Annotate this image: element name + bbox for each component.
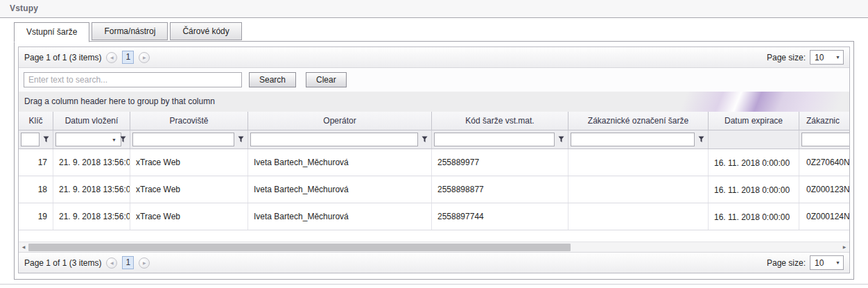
filter-cell-zakaznicke-oznaceni (568, 130, 709, 149)
chevron-down-icon: ▼ (835, 260, 840, 265)
scroll-left-icon[interactable]: ◀ (19, 242, 28, 253)
cell-operator: Iveta Bartech_Měchurová (248, 149, 432, 176)
page-size-value: 10 (815, 258, 824, 268)
funnel-icon[interactable] (698, 136, 704, 143)
data-grid: Page 1 of 1 (3 items) ◀ 1 ▶ Page size: 1… (18, 46, 850, 273)
funnel-icon[interactable] (238, 136, 244, 143)
scrollbar-thumb[interactable] (28, 244, 571, 251)
cell-klic: 19 (19, 203, 53, 230)
tab-content-panel: Page 1 of 1 (3 items) ◀ 1 ▶ Page size: 1… (14, 41, 854, 280)
column-header-row: Klíč Datum vložení Pracoviště Operátor K… (19, 112, 849, 130)
cell-pracoviste: xTrace Web (130, 203, 248, 230)
funnel-icon[interactable] (558, 136, 564, 143)
column-header-klic[interactable]: Klíč (19, 112, 53, 130)
cell-kod-sarze: 255889977 (432, 149, 568, 176)
next-page-button[interactable]: ▶ (139, 52, 150, 63)
search-panel: Search Clear (19, 68, 849, 92)
page-size-select[interactable]: 10 ▼ (810, 50, 844, 65)
funnel-icon[interactable] (43, 136, 49, 143)
search-button[interactable]: Search (249, 72, 296, 87)
prev-page-icon: ◀ (110, 56, 114, 60)
cell-zakaznicke-cut: 0Z270640N0 (799, 149, 849, 176)
column-header-kod-sarze[interactable]: Kód šarže vst.mat. (432, 112, 568, 130)
filter-cell-kod-sarze (432, 130, 568, 149)
filter-row: ▼ (19, 130, 849, 149)
tab-forma-nastroj[interactable]: Forma/nástroj (92, 22, 168, 40)
cell-datum-vlozeni: 21. 9. 2018 13:56:05 (53, 149, 130, 176)
cell-pracoviste: xTrace Web (130, 149, 248, 176)
cell-klic: 17 (19, 149, 53, 176)
cell-datum-vlozeni: 21. 9. 2018 13:56:05 (53, 203, 130, 230)
cell-datum-vlozeni: 21. 9. 2018 13:56:05 (53, 176, 130, 203)
current-page-button[interactable]: 1 (122, 51, 134, 64)
column-header-datum-expirace[interactable]: Datum expirace (709, 112, 799, 130)
group-panel-swirl (600, 92, 849, 112)
filter-cell-pracoviste (130, 130, 248, 149)
cell-kod-sarze: 2558897744 (432, 203, 568, 230)
filter-input-klic[interactable] (21, 133, 40, 146)
current-page-button[interactable]: 1 (122, 256, 134, 269)
next-page-icon: ▶ (143, 56, 146, 60)
page-size-select[interactable]: 10 ▼ (810, 255, 844, 270)
tabstrip: Vstupní šarže Forma/nástroj Čárové kódy (14, 22, 868, 42)
table-row[interactable]: 18 21. 9. 2018 13:56:05 xTrace Web Iveta… (19, 176, 849, 203)
vstupy-groupbox: Vstupy Vstupní šarže Forma/nástroj Čárov… (0, 0, 868, 285)
pager-summary: Page 1 of 1 (3 items) (24, 53, 101, 62)
filter-cell-datum-vlozeni: ▼ (53, 130, 130, 149)
cell-pracoviste: xTrace Web (130, 176, 248, 203)
column-header-zakaznicke-oznaceni[interactable]: Zákaznické označení šarže (568, 112, 709, 130)
group-by-panel[interactable]: Drag a column header here to group by th… (19, 92, 849, 112)
filter-cell-klic (19, 130, 53, 149)
group-panel-text: Drag a column header here to group by th… (24, 96, 215, 106)
prev-page-button[interactable]: ◀ (106, 257, 117, 269)
empty-grid-area (19, 230, 849, 242)
page-size-value: 10 (815, 53, 824, 62)
filter-input-kod-sarze[interactable] (434, 133, 555, 146)
funnel-icon[interactable] (120, 136, 126, 143)
filter-input-zakaznicke-oznaceni[interactable] (571, 133, 695, 146)
search-input[interactable] (24, 72, 242, 87)
filter-cell-operator (248, 130, 432, 149)
filter-input-pracoviste[interactable] (132, 133, 234, 146)
table-row[interactable]: 19 21. 9. 2018 13:56:05 xTrace Web Iveta… (19, 203, 849, 230)
cell-kod-sarze: 2558898877 (432, 176, 568, 203)
cell-zakaznicke-oznaceni (568, 176, 709, 203)
prev-page-icon: ◀ (110, 261, 114, 265)
funnel-icon[interactable] (422, 136, 428, 143)
cell-operator: Iveta Bartech_Měchurová (248, 203, 432, 230)
next-page-icon: ▶ (143, 261, 146, 265)
prev-page-button[interactable]: ◀ (106, 52, 117, 63)
clear-button[interactable]: Clear (306, 72, 347, 87)
cell-datum-expirace: 16. 11. 2018 0:00:00 (709, 149, 799, 176)
grid-viewport: Klíč Datum vložení Pracoviště Operátor K… (19, 112, 849, 242)
chevron-down-icon: ▼ (835, 55, 840, 60)
cell-klic: 18 (19, 176, 53, 203)
filter-input-zakaznicke-cut[interactable] (801, 133, 849, 146)
cell-zakaznicke-cut: 0Z000123N0 (799, 176, 849, 203)
page-size-label: Page size: (767, 258, 806, 268)
cell-datum-expirace: 16. 11. 2018 0:00:00 (709, 203, 799, 230)
horizontal-scrollbar[interactable]: ◀ ▶ (19, 242, 849, 252)
pager-summary: Page 1 of 1 (3 items) (24, 258, 101, 268)
chevron-down-icon[interactable]: ▼ (112, 137, 116, 142)
cell-zakaznicke-cut: 0Z000124N0 (799, 203, 849, 230)
pager-top: Page 1 of 1 (3 items) ◀ 1 ▶ Page size: 1… (19, 47, 849, 68)
column-header-zakaznicke-cut[interactable]: Zákaznic (799, 112, 849, 130)
filter-input-operator[interactable] (250, 133, 418, 146)
scrollbar-track[interactable] (28, 244, 840, 251)
cell-datum-expirace: 16. 11. 2018 0:00:00 (709, 176, 799, 203)
filter-cell-zakaznicke-cut (799, 130, 849, 149)
tab-carove-kody[interactable]: Čárové kódy (170, 22, 241, 40)
column-header-datum-vlozeni[interactable]: Datum vložení (53, 112, 130, 130)
cell-zakaznicke-oznaceni (568, 203, 709, 230)
column-header-pracoviste[interactable]: Pracoviště (130, 112, 248, 130)
filter-cell-datum-expirace (709, 130, 799, 149)
cell-zakaznicke-oznaceni (568, 149, 709, 176)
next-page-button[interactable]: ▶ (139, 257, 150, 269)
cell-operator: Iveta Bartech_Měchurová (248, 176, 432, 203)
column-header-operator[interactable]: Operátor (248, 112, 432, 130)
scroll-right-icon[interactable]: ▶ (840, 242, 849, 253)
table-row[interactable]: 17 21. 9. 2018 13:56:05 xTrace Web Iveta… (19, 149, 849, 176)
pager-bottom: Page 1 of 1 (3 items) ◀ 1 ▶ Page size: 1… (19, 252, 849, 273)
tab-vstupni-sarze[interactable]: Vstupní šarže (14, 22, 89, 42)
